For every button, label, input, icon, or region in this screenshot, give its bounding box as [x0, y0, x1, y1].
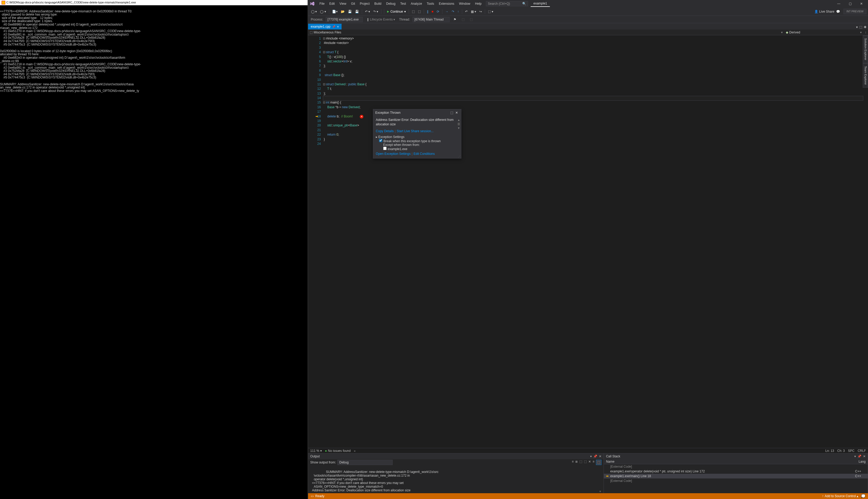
thread-combo[interactable]: [67436] Main Thread	[413, 17, 450, 22]
menu-help[interactable]: Help	[473, 1, 484, 7]
pause-button[interactable]: ‖	[426, 9, 430, 14]
callstack-row[interactable]: [External Code]	[604, 478, 868, 483]
output-icon[interactable]: ⬚	[584, 460, 587, 465]
popup-close-icon[interactable]: ✕	[454, 111, 459, 114]
add-to-source-control-button[interactable]: Add to Source Control ▴	[822, 494, 858, 498]
debug-icon[interactable]: ⬚	[411, 9, 416, 14]
search-input[interactable]: Search (Ctrl+Q)🔍	[486, 1, 528, 6]
preview-tab-icon[interactable]: ▾	[856, 25, 858, 29]
menu-debug[interactable]: Debug	[384, 1, 398, 7]
output-icon[interactable]: ≡	[572, 460, 574, 465]
copy-details-link[interactable]: Copy Details	[376, 129, 394, 133]
menu-analyze[interactable]: Analyze	[408, 1, 425, 7]
resize-grip-icon[interactable]: ⋰	[458, 155, 461, 158]
code-editor[interactable]: 123456789101112131415161718192021222324 …	[308, 35, 868, 448]
menu-view[interactable]: View	[337, 1, 349, 7]
menu-edit[interactable]: Edit	[327, 1, 337, 7]
tool-button[interactable]: ⬚ ▾	[487, 9, 494, 14]
console-output[interactable]: ==77376==ERROR: AddressSanitizer: new-de…	[0, 5, 308, 499]
menu-tools[interactable]: Tools	[424, 1, 436, 7]
tab-close-icon[interactable]: ✕	[337, 25, 339, 28]
redo-button[interactable]: ↷ ▾	[372, 9, 379, 14]
open-button[interactable]: 📂	[340, 9, 346, 14]
maximize-button[interactable]: ▢	[845, 0, 856, 7]
split-icon[interactable]: ↕	[863, 31, 868, 34]
snapshot-button[interactable]: ▦ ▾	[469, 9, 477, 14]
menu-build[interactable]: Build	[372, 1, 384, 7]
menu-window[interactable]: Window	[457, 1, 473, 7]
pin-icon[interactable]: ⬚	[449, 111, 454, 114]
start-live-share-link[interactable]: Start Live Share session...	[396, 129, 433, 133]
notifications-icon[interactable]: 💭	[861, 494, 865, 498]
add-tab-icon[interactable]: ✚	[864, 25, 866, 29]
exception-settings-header[interactable]: Exception Settings	[378, 135, 404, 139]
issues-indicator[interactable]: No issues found	[325, 449, 351, 453]
output-text[interactable]: SUMMARY: AddressSanitizer: new-delete-ty…	[308, 465, 603, 493]
team-explorer-tab[interactable]: Team Explorer	[863, 63, 868, 88]
undo-button[interactable]: ↶ ▾	[364, 9, 371, 14]
output-clear-icon[interactable]: ✕	[588, 460, 591, 465]
output-icon[interactable]: ≣	[575, 460, 578, 465]
pane-close-icon[interactable]: ✕	[599, 454, 601, 458]
pane-pin-icon[interactable]: 📌	[857, 454, 861, 458]
nav-fwd-button[interactable]: ◯ ▾	[319, 9, 327, 14]
stackframe-button[interactable]: ⬚	[460, 17, 466, 22]
scope-combo[interactable]: ⬚Miscellaneous Files▾	[308, 30, 784, 35]
process-combo[interactable]: [77376] example1.exe	[326, 17, 363, 22]
continue-button[interactable]: Continue ▾	[386, 9, 407, 14]
output-source-combo[interactable]: Debug	[337, 460, 393, 465]
thread-label: Thread:	[399, 17, 410, 21]
pane-close-icon[interactable]: ✕	[863, 454, 866, 458]
zoom-combo[interactable]: 111 % ▾	[310, 449, 322, 453]
step-back-button[interactable]: ↶	[464, 9, 469, 14]
stop-button[interactable]: ■	[430, 9, 435, 14]
close-button[interactable]: ✕	[856, 0, 867, 7]
feedback-button[interactable]: 💬	[835, 9, 841, 14]
except-example1-checkbox[interactable]	[383, 147, 387, 150]
output-active-icon[interactable]: ⬚	[596, 460, 601, 465]
menu-test[interactable]: Test	[398, 1, 408, 7]
menu-file[interactable]: File	[317, 1, 327, 7]
output-wrap-icon[interactable]: ≡	[592, 460, 595, 465]
callstack-col-name[interactable]: Name	[606, 460, 858, 463]
save-all-button[interactable]: 💾	[354, 9, 360, 14]
indent-indicator: SPC	[848, 449, 855, 453]
callstack-row[interactable]: ➡example1.exe!main() Line 18C++	[604, 474, 868, 478]
tool-icon[interactable]: ⬚	[468, 17, 474, 22]
pane-dropdown-icon[interactable]: ▾	[854, 454, 856, 458]
save-button[interactable]: 💾	[346, 9, 353, 14]
full-screen-icon[interactable]: ⬚	[859, 25, 862, 29]
new-item-button[interactable]: 📄▾	[331, 9, 339, 14]
solution-explorer-tab[interactable]: Solution Explorer	[863, 35, 868, 63]
menu-project[interactable]: Project	[357, 1, 372, 7]
debug-icon2[interactable]: ⬚	[417, 9, 422, 14]
step-over-button[interactable]: ↷	[450, 9, 456, 14]
type-combo[interactable]: ◆Derived▾	[784, 30, 863, 35]
pane-pin-icon[interactable]: 📌	[593, 454, 597, 458]
pin-icon[interactable]: 📌	[332, 25, 335, 28]
tab-example1-cpp[interactable]: example1.cpp 📌 ✕	[308, 24, 342, 29]
callstack-col-lang[interactable]: Lang	[858, 460, 866, 463]
output-icon[interactable]: ⬚	[579, 460, 582, 465]
minimize-button[interactable]: —	[833, 0, 845, 7]
open-exception-settings-link[interactable]: Open Exception Settings	[376, 152, 411, 156]
step-fwd-button[interactable]: ↪	[478, 9, 483, 14]
nav-back-button[interactable]: ◯ ▾	[310, 9, 318, 14]
lifecycle-events-button[interactable]: ❚ Lifecycle Events ▾	[365, 17, 396, 22]
step-into-button[interactable]: →	[444, 9, 450, 14]
break-on-exception-checkbox[interactable]	[379, 139, 382, 142]
callstack-row[interactable]: [External Code]	[604, 464, 868, 469]
menu-extensions[interactable]: Extensions	[436, 1, 457, 7]
pane-dropdown-icon[interactable]: ▾	[590, 454, 592, 458]
vs-logo-icon[interactable]	[309, 1, 316, 7]
menu-git[interactable]: Git	[349, 1, 357, 7]
restart-button[interactable]: ⟳	[435, 9, 441, 14]
document-tabs: example1.cpp 📌 ✕ ▾ ⬚ ✚	[308, 23, 868, 29]
live-share-button[interactable]: 👤 Live Share	[814, 10, 834, 13]
flag-button[interactable]: ⚑	[452, 17, 458, 22]
callstack-row[interactable]: example1.exe!operator delete(void * ptr,…	[604, 469, 868, 474]
console-title-bar[interactable]: C:\MSDN\cpp-docs-pr\docs\c-language\ASAN…	[0, 0, 308, 5]
step-out-button[interactable]: ↑	[456, 9, 460, 14]
scroll-left-icon[interactable]: ◂	[354, 449, 355, 453]
edit-conditions-link[interactable]: Edit Conditions	[414, 152, 435, 156]
